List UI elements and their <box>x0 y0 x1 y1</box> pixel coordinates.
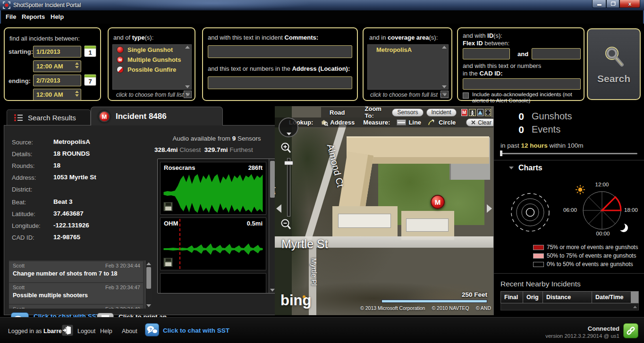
save-audio-icon[interactable] <box>163 202 173 211</box>
time-spinner[interactable] <box>75 62 79 68</box>
help-button[interactable]: Help <box>100 328 112 335</box>
flex-id-to-input[interactable] <box>532 48 581 59</box>
legend-swatch-pink <box>533 253 544 259</box>
connection-link-icon[interactable] <box>623 323 638 338</box>
maximize-button[interactable] <box>606 0 619 8</box>
lookup-address-button[interactable]: Address <box>321 119 355 126</box>
about-button[interactable]: About <box>122 328 137 335</box>
map-zoom-handle[interactable] <box>284 161 293 165</box>
coverage-panel-footer[interactable]: click to choose from full list ↑ <box>370 92 442 98</box>
recent-nearby-incidents-title: Recent Nearby Incidents <box>500 280 581 288</box>
ending-date-input[interactable]: 2/7/2013 <box>33 75 81 86</box>
starting-calendar-button[interactable]: 1 <box>84 45 96 57</box>
minimize-button[interactable] <box>592 0 606 8</box>
address-filter-input[interactable] <box>208 76 352 89</box>
type-item-possible-gunfire[interactable]: Possible Gunfire <box>113 65 191 75</box>
person-icon[interactable] <box>469 109 476 116</box>
zoom-in-button[interactable] <box>280 142 292 154</box>
field-value: 18 ROUNDS <box>53 150 90 157</box>
chat-icon[interactable]: ? <box>145 323 159 336</box>
time-range-slider-handle[interactable] <box>500 151 502 156</box>
clock-label-00: 00:00 <box>591 231 615 236</box>
title-bar: ShotSpotter Incident Portal x <box>0 0 644 10</box>
and-label: and <box>517 50 528 58</box>
map[interactable]: Almond Ct Myrtle St Myrtle Pl Lita Ln M … <box>275 106 493 315</box>
field-label: Details: <box>12 151 32 158</box>
flex-id-from-input[interactable] <box>463 48 510 59</box>
time-spinner[interactable] <box>75 91 79 97</box>
road-view-button[interactable]: Road <box>330 109 345 116</box>
pan-left-arrow[interactable] <box>276 204 281 213</box>
date-panel-title: find all incidents between: <box>9 35 80 42</box>
measure-clear-button[interactable]: Clear <box>466 118 493 126</box>
save-audio-icon[interactable] <box>163 258 173 267</box>
comment-time: Feb 3 20:34:47 <box>105 284 140 290</box>
ending-time-input[interactable]: 12:00 AM <box>33 89 81 100</box>
id-filter-panel: and with ID(s): Flex ID between: and and… <box>457 27 585 101</box>
tab-search-results[interactable]: Search Results <box>7 109 91 125</box>
cad-id-input[interactable] <box>463 78 581 90</box>
zoom-to-sensors-button[interactable]: Sensors <box>392 109 423 117</box>
trigger-time-marker <box>179 219 180 269</box>
charts-section-header[interactable]: Charts <box>509 164 542 172</box>
sensor-audio-card[interactable]: Rosecrans286ft <box>160 162 266 215</box>
comments-list: Scott Feb 3 20:34:44 Change number of sh… <box>9 260 152 309</box>
menu-reports[interactable]: Reports <box>22 13 45 20</box>
address-filter-label: and this text or numbers in the Address … <box>208 65 350 72</box>
minimize-icon <box>597 4 602 6</box>
map-toolbar-row2: Lookup: Address Measure: Line Circle Cle… <box>275 117 493 127</box>
maximize-icon <box>611 2 615 6</box>
time-range-slider[interactable] <box>500 153 637 154</box>
include-auto-acknowledged-checkbox[interactable] <box>463 92 469 99</box>
comments-filter-input[interactable] <box>208 45 352 58</box>
menu-help[interactable]: Help <box>51 13 64 20</box>
incident-marker[interactable]: M <box>431 195 445 209</box>
tab-incident-8486[interactable]: M Incident 8486 <box>91 107 223 125</box>
scroll-up-icon[interactable] <box>633 306 637 308</box>
incident-type-icon[interactable]: M <box>461 109 467 116</box>
field-value: Beat 3 <box>53 198 73 205</box>
search-button[interactable]: Search <box>587 28 641 100</box>
coverage-list-scrollbar[interactable] <box>441 46 447 88</box>
sensor-audio-card[interactable]: OHM0.5mi <box>160 218 266 270</box>
select-region-icon[interactable] <box>485 109 491 116</box>
menu-bar: File Reports Help <box>1 10 643 24</box>
type-item-multiple-gunshots[interactable]: M Multiple Gunshots <box>113 55 191 65</box>
text-filter-panel: and with this text in incident Comments:… <box>202 27 358 101</box>
type-item-single-gunshot[interactable]: Single Gunshot <box>113 45 191 55</box>
starting-date-input[interactable]: 1/1/2013 <box>33 46 81 58</box>
type-list-scrollbar[interactable] <box>185 46 190 88</box>
menu-file[interactable]: File <box>6 13 16 20</box>
comments-scrollbar[interactable] <box>145 260 152 309</box>
chat-with-sst-button[interactable]: Click to chat with SST <box>163 327 229 334</box>
type-listbox: Single Gunshot M Multiple Gunshots Possi… <box>112 44 192 90</box>
logout-icon[interactable] <box>61 324 74 336</box>
legend-swatch-empty <box>533 262 544 267</box>
starting-time-input[interactable]: 12:00 AM <box>33 60 81 72</box>
address-house-icon <box>321 119 328 126</box>
coverage-panel-title: and in coverage area(s): <box>369 34 438 41</box>
close-button[interactable]: x <box>619 0 640 8</box>
comment-row: Scott Feb 3 20:34:44 Change number of sh… <box>9 261 143 282</box>
zoom-to-incident-button[interactable]: Incident <box>426 109 457 117</box>
sensor-distance: 0.5mi <box>247 220 263 227</box>
field-label: Longitude: <box>12 222 41 229</box>
table-scrollbar[interactable] <box>631 292 638 303</box>
map-pan-control[interactable] <box>279 117 298 137</box>
pan-right-arrow[interactable] <box>487 204 492 213</box>
type-panel-footer[interactable]: click to choose from full list ↑ <box>116 92 188 98</box>
zoom-out-button[interactable] <box>280 218 292 231</box>
ending-calendar-button[interactable]: 7 <box>84 74 96 86</box>
logout-button[interactable]: Logout <box>77 328 95 335</box>
sensor-audio-card-clipped[interactable] <box>160 273 266 293</box>
comment-author: Scott <box>13 284 25 290</box>
sensor-triangle-icon[interactable] <box>477 109 483 116</box>
coverage-item-metropolisa[interactable]: MetropolisA <box>368 45 448 55</box>
sensor-distance: 286ft <box>248 164 263 171</box>
circle-arc-icon <box>428 119 436 126</box>
measure-line-button[interactable]: Line <box>397 119 421 126</box>
map-zoom-slider[interactable] <box>287 158 290 217</box>
clock-label-18: 18:00 <box>624 207 638 213</box>
measure-circle-button[interactable]: Circle <box>428 119 456 126</box>
street-label-myrtle-pl: Myrtle Pl <box>310 258 318 285</box>
